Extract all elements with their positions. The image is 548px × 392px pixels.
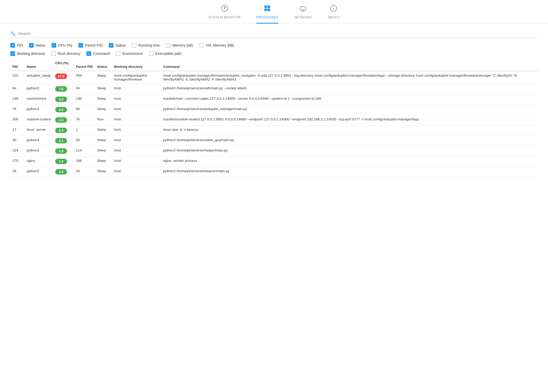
filter-virt-memory[interactable]: Virt. Memory (kB)	[199, 43, 234, 48]
cell-cpu-3: 3.6	[53, 105, 74, 115]
filter-row-1: PIDNameCPU (%)Parent PIDStatusRunning ti…	[10, 43, 538, 48]
table-row[interactable]: 17tmux: server2.31Sleep/roottmux new -d …	[10, 125, 538, 136]
table-row[interactable]: 76python33.666Sleep/rootpython3 /home/pi…	[10, 105, 538, 115]
cell-name-8: nginx	[25, 156, 53, 167]
cell-status-6: Sleep	[95, 136, 112, 146]
cell-wd-4: /root	[112, 115, 161, 125]
checkbox-running-time[interactable]	[132, 43, 136, 48]
processes-label: PROCESSES	[256, 15, 278, 19]
svg-rect-4	[264, 9, 267, 11]
cell-ppid-6: 30	[74, 136, 95, 146]
filter-environment[interactable]: Environment	[116, 51, 143, 56]
cell-pid-4: 309	[10, 115, 25, 125]
svg-rect-2	[264, 5, 267, 8]
cell-ppid-0: 308	[74, 71, 95, 84]
table-row[interactable]: 124python31.9114Sleep/rootpython3 /home/…	[10, 146, 538, 156]
cell-name-1: python3	[25, 84, 53, 94]
cell-wd-6: /root	[112, 136, 161, 146]
checkbox-memory[interactable]	[166, 43, 171, 48]
checkbox-environment[interactable]	[116, 51, 120, 56]
nav-item-system-monitor[interactable]: SYSTEM MONITOR	[208, 5, 241, 24]
cell-name-4: mavlink-routerd	[25, 115, 53, 125]
cell-status-3: Sleep	[95, 105, 112, 115]
table-container: PIDNameCPU (%)↓Parent PIDStatusWorking d…	[10, 60, 538, 177]
checkbox-command[interactable]	[86, 51, 91, 56]
filter-name[interactable]: Name	[29, 43, 45, 48]
cell-cpu-1: 7.6	[53, 84, 74, 94]
checkbox-working-dir[interactable]	[10, 51, 15, 56]
nav-item-network[interactable]: NETWORK	[294, 5, 312, 24]
system-monitor-label: SYSTEM MONITOR	[208, 15, 241, 19]
cell-status-2: Sleep	[95, 94, 112, 105]
about-label: ABOUT	[328, 15, 340, 19]
cpu-badge-5: 2.3	[55, 128, 67, 133]
cell-cmd-9: python3 /home/pi/services/beacon/main.py	[161, 167, 538, 177]
cell-ppid-9: 18	[74, 167, 95, 177]
cell-cmd-0: /root/.config/ardupilot-manager/firmware…	[161, 71, 538, 84]
filter-working-dir[interactable]: Working directory	[10, 51, 45, 56]
cell-ppid-1: 54	[74, 84, 95, 94]
table-row[interactable]: 28python31.518Sleep/rootpython3 /home/pi…	[10, 167, 538, 177]
search-input[interactable]	[18, 31, 538, 36]
sort-arrow-cpu: ↓	[55, 65, 72, 69]
filter-running-time[interactable]: Running time	[132, 43, 160, 48]
cell-status-7: Sleep	[95, 146, 112, 156]
table-row[interactable]: 270nginx1.5266Sleep/rootnginx: worker pr…	[10, 156, 538, 167]
filter-label-working-dir: Working directory	[17, 52, 45, 56]
checkbox-root-dir[interactable]	[51, 51, 56, 56]
filter-label-name: Name	[35, 43, 45, 47]
network-icon	[299, 5, 307, 14]
cell-ppid-5: 1	[74, 125, 95, 136]
filter-exec-path[interactable]: Executable path	[149, 51, 181, 56]
filter-parent-pid[interactable]: Parent PID	[78, 43, 103, 48]
col-header-wd: Working directory	[112, 60, 161, 71]
cell-wd-7: /root	[112, 146, 161, 156]
checkbox-pid[interactable]	[10, 43, 15, 48]
cell-ppid-2: 138	[74, 94, 95, 105]
table-row[interactable]: 64python37.654Sleep/rootpython3 /home/pi…	[10, 84, 538, 94]
cell-name-9: python3	[25, 167, 53, 177]
cell-cmd-1: python3 /home/pi/services/wifi/main.py -…	[161, 84, 538, 94]
cell-cpu-9: 1.5	[53, 167, 74, 177]
checkbox-virt-memory[interactable]	[199, 43, 204, 48]
svg-rect-5	[268, 9, 270, 11]
cpu-badge-3: 3.6	[55, 107, 67, 112]
checkbox-exec-path[interactable]	[149, 51, 154, 56]
filter-label-command: Command	[93, 52, 110, 56]
cell-name-5: tmux: server	[25, 125, 53, 136]
filter-memory[interactable]: Memory (kB)	[166, 43, 193, 48]
checkbox-parent-pid[interactable]	[78, 43, 83, 48]
processes-icon	[264, 5, 271, 14]
checkbox-status[interactable]	[109, 43, 113, 48]
table-row[interactable]: 40python32.130Sleep/rootpython3 /home/pi…	[10, 136, 538, 146]
nav-item-about[interactable]: i ABOUT	[328, 5, 340, 24]
filter-pid[interactable]: PID	[10, 43, 23, 48]
col-label-cpu: CPU (%)	[55, 61, 68, 65]
cell-ppid-3: 66	[74, 105, 95, 115]
filter-cpu[interactable]: CPU (%)	[52, 43, 72, 48]
checkbox-cpu[interactable]	[52, 43, 56, 48]
nav-bar: SYSTEM MONITOR PROCESSES NETWORK i ABOUT	[0, 0, 548, 24]
search-icon: 🔍	[10, 31, 16, 36]
filter-root-dir[interactable]: Root directory	[51, 51, 80, 56]
filter-label-status: Status	[115, 43, 126, 47]
table-row[interactable]: 149mavlink2rest4.0138Sleep/rootmavlink2r…	[10, 94, 538, 105]
filter-status[interactable]: Status	[109, 43, 126, 48]
filter-label-parent-pid: Parent PID	[85, 43, 103, 47]
col-header-cpu[interactable]: CPU (%)↓	[53, 60, 74, 71]
table-row[interactable]: 309mavlink-routerd3.276Run/root/usr/bin/…	[10, 115, 538, 125]
filter-command[interactable]: Command	[86, 51, 110, 56]
cell-cmd-2: mavlink2rest --connect=udpin:127.0.0.1:1…	[161, 94, 538, 105]
about-icon: i	[330, 5, 337, 14]
cell-cmd-6: python3 /home/pi/services/cable_guy/main…	[161, 136, 538, 146]
cell-name-7: python3	[25, 146, 53, 156]
network-label: NETWORK	[294, 15, 312, 19]
table-row[interactable]: 310ardupilot_navig67.0308Sleep/root/.con…	[10, 71, 538, 84]
cell-name-0: ardupilot_navig	[25, 71, 53, 84]
process-table: PIDNameCPU (%)↓Parent PIDStatusWorking d…	[10, 60, 538, 177]
cpu-badge-9: 1.5	[55, 169, 67, 175]
filter-label-cpu: CPU (%)	[58, 43, 72, 47]
checkbox-name[interactable]	[29, 43, 34, 48]
nav-item-processes[interactable]: PROCESSES	[256, 5, 278, 24]
cell-pid-8: 270	[10, 156, 25, 167]
